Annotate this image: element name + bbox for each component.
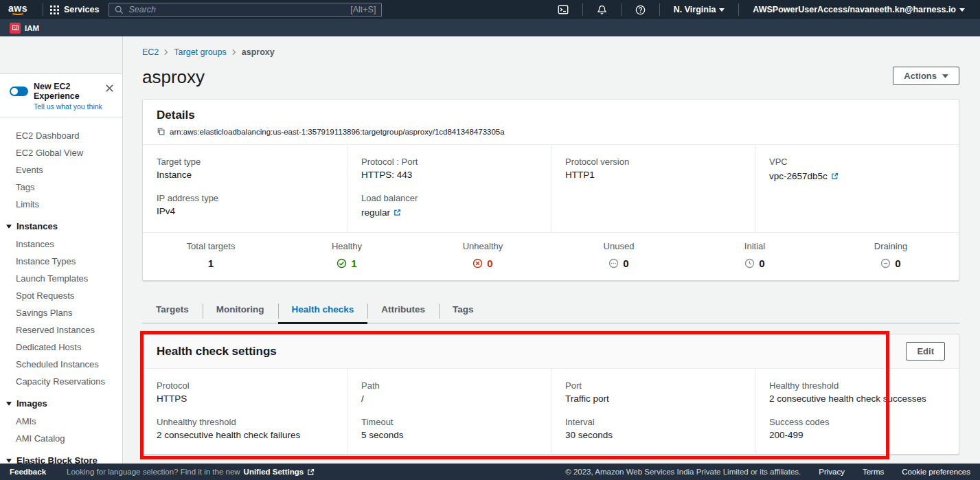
cloudshell-button[interactable] [551, 4, 576, 15]
region-selector[interactable]: N. Virginia [667, 5, 732, 14]
sidebar-item-instance-types[interactable]: Instance Types [0, 253, 122, 270]
protocol-version-value: HTTP1 [565, 170, 741, 180]
cookie-preferences-link[interactable]: Cookie preferences [902, 468, 970, 476]
hc-unhealthy-threshold-value: 2 consecutive health check failures [157, 430, 333, 440]
breadcrumb: EC2 Target groups asproxy [142, 45, 959, 58]
favorite-iam-link[interactable]: IAM [10, 23, 39, 34]
services-menu-button[interactable]: Services [50, 5, 99, 14]
sidebar-item-tags[interactable]: Tags [0, 179, 122, 196]
field-label: Healthy threshold [769, 380, 945, 391]
sidebar-item-spot-requests[interactable]: Spot Requests [0, 287, 122, 304]
nav-divider [738, 3, 739, 16]
account-menu[interactable]: AWSPowerUserAccess/navaneeth.kn@harness.… [746, 5, 972, 14]
sidebar-item-events[interactable]: Events [0, 161, 122, 179]
sidebar-item-launch-templates[interactable]: Launch Templates [0, 270, 122, 287]
edit-button[interactable]: Edit [906, 342, 945, 361]
sidebar-item-ec2-dashboard[interactable]: EC2 Dashboard [0, 127, 122, 144]
stat-label: Unhealthy [415, 241, 551, 251]
healthy-stat: Healthy 1 [279, 241, 415, 269]
external-link-icon [394, 209, 401, 216]
unified-settings-link[interactable]: Unified Settings [244, 468, 315, 476]
protocol-port-value: HTTPS: 443 [361, 170, 537, 180]
field-label: VPC [769, 157, 945, 167]
sidebar-item-instances[interactable]: Instances [0, 236, 122, 253]
field-label: Timeout [361, 417, 537, 427]
breadcrumb-target-groups-link[interactable]: Target groups [174, 47, 226, 57]
tell-us-link[interactable]: Tell us what you think [34, 102, 114, 111]
hc-path-value: / [361, 393, 537, 404]
iam-label: IAM [25, 24, 39, 32]
draining-minus-circle-icon [880, 258, 891, 268]
sidebar-item-dedicated-hosts[interactable]: Dedicated Hosts [0, 339, 122, 356]
field-label: Unhealthy threshold [157, 417, 333, 427]
sidebar-item-scheduled-instances[interactable]: Scheduled Instances [0, 356, 122, 373]
health-check-column-3: PortTraffic port Interval30 seconds [551, 369, 755, 454]
edit-label: Edit [917, 346, 934, 356]
new-experience-toggle[interactable] [10, 87, 28, 96]
unused-value: 0 [623, 258, 628, 269]
close-icon[interactable] [105, 84, 114, 93]
help-button[interactable] [628, 5, 652, 15]
feedback-link[interactable]: Feedback [10, 468, 46, 476]
details-card: Details arn:aws:elasticloadbalancing:us-… [142, 99, 959, 281]
hc-healthy-threshold-value: 2 consecutive health check successes [769, 393, 945, 404]
aws-smile-icon [11, 10, 25, 15]
triangle-down-icon [6, 459, 12, 463]
sidebar-item-ami-catalog[interactable]: AMI Catalog [0, 430, 122, 447]
sidebar-item-amis[interactable]: AMIs [0, 413, 122, 430]
hc-interval-value: 30 seconds [565, 430, 741, 440]
sidebar-nav: EC2 Dashboard EC2 Global View Events Tag… [0, 117, 122, 464]
copy-icon[interactable] [157, 127, 166, 136]
load-balancer-link[interactable]: regular [361, 207, 401, 218]
initial-clock-circle-icon [744, 258, 755, 268]
details-column-2: Protocol : PortHTTPS: 443 Load balancer … [347, 145, 551, 232]
breadcrumb-ec2-link[interactable]: EC2 [142, 47, 159, 57]
tab-attributes[interactable]: Attributes [367, 297, 439, 323]
region-label: N. Virginia [674, 5, 716, 14]
sidebar-section-images[interactable]: Images [0, 390, 122, 413]
field-label: Port [565, 380, 741, 391]
stat-label: Healthy [279, 241, 415, 251]
sidebar-section-elastic-block-store[interactable]: Elastic Block Store [0, 447, 122, 464]
tab-tags[interactable]: Tags [439, 297, 488, 323]
sidebar-item-reserved-instances[interactable]: Reserved Instances [0, 321, 122, 339]
triangle-down-icon [6, 225, 12, 229]
field-label: Load balancer [361, 193, 537, 203]
language-hint-text: Looking for language selection? Find it … [67, 468, 240, 476]
new-ec2-experience-box: New EC2 Experience Tell us what you thin… [0, 74, 122, 117]
sidebar-item-ec2-global-view[interactable]: EC2 Global View [0, 144, 122, 161]
unhealthy-stat: Unhealthy 0 [415, 241, 551, 269]
top-navigation-bar: aws Services Search [Alt+S] N. Virginia [0, 0, 980, 19]
notifications-bell-button[interactable] [590, 5, 614, 15]
aws-logo[interactable]: aws [8, 4, 27, 15]
external-link-icon [831, 172, 839, 180]
terms-link[interactable]: Terms [863, 468, 884, 476]
field-label: Target type [157, 157, 333, 167]
breadcrumb-current: asproxy [242, 47, 275, 57]
copyright-text: © 2023, Amazon Web Services India Privat… [565, 468, 801, 476]
sidebar-section-instances[interactable]: Instances [0, 213, 122, 236]
nav-divider [659, 3, 660, 16]
hc-protocol-value: HTTPS [157, 393, 333, 404]
field-label: Protocol [157, 380, 333, 391]
chevron-down-icon [959, 8, 965, 12]
breadcrumb-chevron-icon [164, 49, 168, 56]
tab-health-checks[interactable]: Health checks [278, 297, 368, 323]
vpc-link[interactable]: vpc-2657db5c [769, 171, 839, 181]
chevron-down-icon [719, 8, 725, 12]
health-check-column-4: Healthy threshold2 consecutive health ch… [755, 369, 959, 454]
actions-button[interactable]: Actions [893, 67, 959, 85]
privacy-link[interactable]: Privacy [819, 468, 845, 476]
tab-bar: Targets Monitoring Health checks Attribu… [142, 297, 959, 323]
details-column-3: Protocol versionHTTP1 [551, 145, 755, 232]
sidebar-item-capacity-reservations[interactable]: Capacity Reservations [0, 373, 122, 390]
tab-targets[interactable]: Targets [142, 297, 203, 323]
stat-label: Draining [823, 241, 959, 251]
sidebar-item-savings-plans[interactable]: Savings Plans [0, 304, 122, 321]
field-label: IP address type [157, 193, 333, 203]
tab-monitoring[interactable]: Monitoring [203, 297, 278, 323]
search-input[interactable]: Search [Alt+S] [109, 3, 382, 17]
sidebar-item-limits[interactable]: Limits [0, 196, 122, 213]
services-grid-icon [50, 5, 59, 14]
services-label: Services [64, 5, 99, 14]
